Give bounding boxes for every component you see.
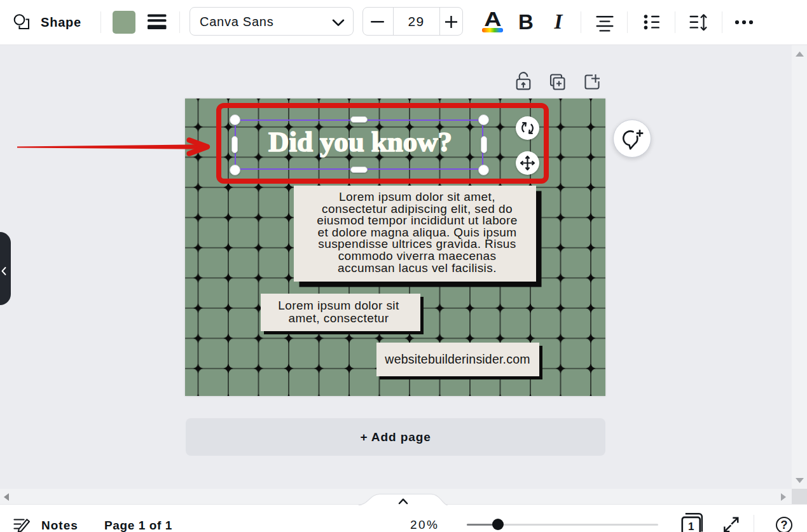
svg-text:1: 1: [688, 521, 694, 532]
